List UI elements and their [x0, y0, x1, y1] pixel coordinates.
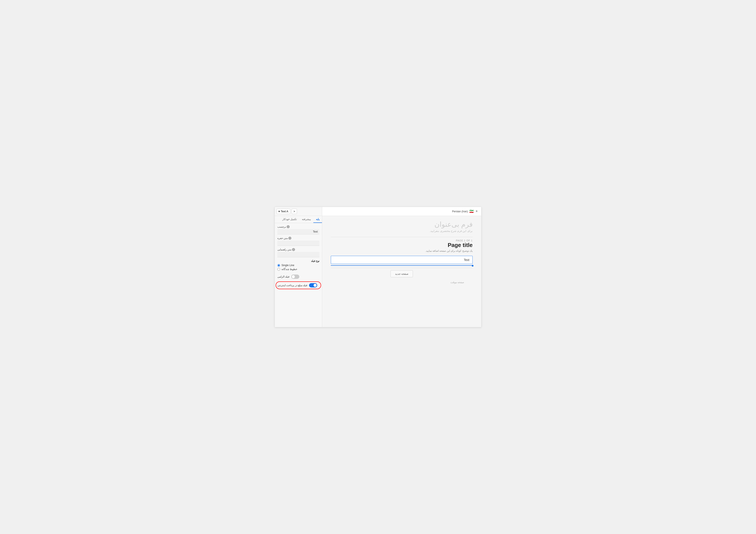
text-field-border: [331, 265, 472, 266]
internet-payment-row: فیلد مبلغ در پرداخت اینترنتی: [277, 282, 319, 289]
resize-handle[interactable]: [472, 265, 473, 267]
required-slider: [291, 274, 299, 279]
required-label: فیلد الزامی: [277, 275, 289, 278]
label-field-label: i برچسب: [277, 225, 319, 228]
radio-single-line[interactable]: Single Line: [277, 264, 319, 267]
left-panel: ▾ Text A > تکمیل خودکار پیشرفته پایه i ب…: [275, 207, 322, 327]
left-panel-header: ▾ Text A >: [275, 207, 322, 216]
temp-page-link[interactable]: صفحه موقت: [331, 279, 472, 285]
language-label: Persian (Iran): [452, 210, 468, 213]
flag-icon: 🇮🇷: [470, 209, 474, 214]
label-input[interactable]: [277, 229, 319, 235]
tab-basic[interactable]: پایه: [313, 216, 322, 223]
required-toggle-row: فیلد الزامی: [277, 274, 319, 280]
internet-payment-toggle[interactable]: [309, 283, 317, 288]
page-title[interactable]: Page title: [331, 242, 472, 248]
radio-single-line-input[interactable]: [277, 264, 280, 267]
text-a-button[interactable]: ▾ Text A: [277, 209, 290, 214]
tab-advanced[interactable]: پیشرفته: [299, 216, 313, 223]
text-field-wrapper: Text: [331, 256, 472, 266]
placeholder-field-label: i متن حفره: [277, 237, 319, 240]
internet-payment-slider: [309, 283, 317, 288]
tabs-row: تکمیل خودکار پیشرفته پایه: [275, 216, 322, 223]
label-field-group: i برچسب: [277, 225, 319, 235]
text-field-preview[interactable]: Text: [331, 256, 472, 264]
radio-multiline-input[interactable]: [277, 268, 280, 271]
divider-1: [331, 237, 472, 237]
helper-info-icon[interactable]: i: [292, 248, 295, 251]
label-info-icon[interactable]: i: [286, 225, 290, 228]
placeholder-input[interactable]: [277, 241, 319, 246]
internet-payment-label: فیلد مبلغ در پرداخت اینترنتی: [277, 284, 307, 287]
form-fields: i برچسب i متن حفره i متن راهنمایی: [275, 223, 322, 291]
page-info: PAGE 1 OF 1: [331, 239, 472, 242]
placeholder-info-icon[interactable]: i: [288, 237, 291, 240]
add-page-button[interactable]: صفحه جدید: [391, 270, 413, 277]
required-toggle[interactable]: [291, 274, 299, 279]
arrow-right-button[interactable]: >: [292, 209, 297, 214]
helper-field-group: i متن راهنمایی: [277, 248, 319, 257]
radio-multiline[interactable]: خطوط چندگانه: [277, 267, 319, 271]
form-title[interactable]: فرم بی‌عنوان: [331, 220, 472, 228]
helper-input[interactable]: [277, 252, 319, 257]
add-language-button[interactable]: +: [475, 209, 478, 214]
separator-line: [331, 268, 472, 268]
page-description[interactable]: یک توضیح کوتاه برای این صفحه اضافه نمایی…: [331, 249, 472, 252]
form-description[interactable]: برای این فرم شرح مختصری بنفرایید.: [331, 229, 472, 233]
tab-autocomplete[interactable]: تکمیل خودکار: [280, 216, 299, 223]
field-type-section: نوع فیلد Single Line خطوط چندگانه: [277, 260, 319, 271]
right-panel: Persian (Iran) 🇮🇷 + فرم بی‌عنوان برای ای…: [322, 207, 481, 327]
right-panel-header: Persian (Iran) 🇮🇷 +: [322, 207, 481, 216]
form-preview: فرم بی‌عنوان برای این فرم شرح مختصری بنف…: [322, 216, 481, 327]
helper-field-label: i متن راهنمایی: [277, 248, 319, 251]
main-container: ▾ Text A > تکمیل خودکار پیشرفته پایه i ب…: [275, 207, 481, 327]
placeholder-field-group: i متن حفره: [277, 237, 319, 246]
field-type-title: نوع فیلد: [277, 260, 319, 263]
